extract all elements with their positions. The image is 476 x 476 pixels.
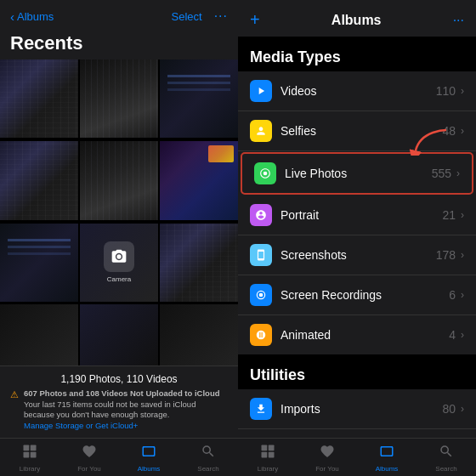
media-item-imports[interactable]: Imports 80 ›: [238, 389, 476, 429]
tab-for-you[interactable]: For You: [60, 444, 119, 473]
chevron-left-icon: ‹: [10, 9, 14, 24]
tab-albums-label: Albums: [138, 465, 161, 473]
animated-label: Animated: [280, 328, 449, 342]
media-item-screenshots[interactable]: Screenshots 178 ›: [238, 235, 476, 275]
albums-icon-right: [379, 444, 394, 463]
svg-rect-0: [24, 445, 30, 451]
screen-recordings-label: Screen Recordings: [280, 288, 449, 302]
right-content: Media Types Videos 110 › Selfies 48 ›: [238, 37, 476, 438]
camera-icon: [104, 241, 134, 272]
screenshots-count: 178: [436, 248, 456, 262]
manage-link[interactable]: Manage Storage or Get iCloud+: [24, 421, 138, 430]
warning-block: ⚠ 607 Photos and 108 Videos Not Uploaded…: [10, 388, 228, 432]
info-section: 1,190 Photos, 110 Videos ⚠ 607 Photos an…: [0, 366, 238, 438]
chevron-right-icon: ›: [461, 249, 464, 261]
photo-cell[interactable]: [0, 60, 78, 138]
videos-count: 110: [436, 84, 456, 98]
warning-detail: Your last 715 items could not be saved i…: [24, 400, 196, 420]
for-you-icon-right: [320, 444, 335, 463]
selfies-icon: [250, 120, 272, 142]
search-icon-right: [439, 444, 454, 463]
chevron-right-icon: ›: [461, 403, 464, 415]
tab-search-right[interactable]: Search: [416, 444, 476, 473]
media-item-portrait[interactable]: Portrait 21 ›: [238, 196, 476, 235]
select-button[interactable]: Select: [172, 10, 202, 23]
screenshots-label: Screenshots: [280, 248, 436, 262]
media-types-header: Media Types: [238, 37, 476, 71]
tab-library-right[interactable]: Library: [238, 444, 298, 473]
chevron-right-icon: ›: [461, 289, 464, 301]
svg-rect-1: [31, 445, 37, 451]
live-photos-icon: [254, 162, 276, 184]
tab-library[interactable]: Library: [0, 444, 60, 473]
left-panel: ‹ Albums Select ··· Recents Camera: [0, 0, 238, 476]
tab-library-label-right: Library: [258, 465, 278, 473]
portrait-count: 21: [442, 208, 456, 222]
right-panel: + Albums ··· Media Types Videos 110 › Se…: [238, 0, 476, 476]
warning-icon: ⚠: [10, 389, 19, 400]
animated-icon: [250, 324, 272, 346]
utilities-header: Utilities: [238, 354, 476, 389]
portrait-label: Portrait: [280, 208, 442, 222]
header-actions: Select ···: [172, 8, 228, 24]
screenshots-icon: [250, 244, 272, 266]
chevron-right-icon: ›: [461, 209, 464, 221]
warning-text: 607 Photos and 108 Videos Not Uploaded t…: [24, 388, 228, 432]
photo-cell[interactable]: [0, 224, 78, 302]
imports-label: Imports: [280, 402, 442, 416]
chevron-right-icon: ›: [461, 85, 464, 97]
left-header: ‹ Albums Select ···: [0, 0, 238, 29]
photo-cell[interactable]: [0, 141, 78, 219]
chevron-right-icon: ›: [461, 125, 464, 137]
media-item-hidden[interactable]: Hidden 3 ›: [238, 429, 476, 438]
photo-grid: Camera: [0, 60, 238, 304]
photo-cell[interactable]: [160, 224, 238, 302]
more-menu-button[interactable]: ···: [453, 13, 464, 28]
small-photo[interactable]: [80, 304, 158, 366]
albums-title: Albums: [332, 13, 382, 28]
photo-cell[interactable]: [80, 141, 158, 219]
portrait-icon: [250, 204, 272, 226]
back-button[interactable]: ‹ Albums: [10, 9, 54, 24]
albums-icon: [141, 444, 156, 463]
add-button[interactable]: +: [250, 10, 260, 30]
tab-for-you-label: For You: [77, 465, 101, 473]
svg-rect-9: [269, 445, 275, 451]
camera-label: Camera: [107, 275, 131, 283]
media-item-live-photos[interactable]: Live Photos 555 ›: [241, 152, 473, 195]
photo-cell[interactable]: [160, 141, 238, 219]
utilities-list: Imports 80 › Hidden 3 › Recently Deleted…: [238, 389, 476, 438]
photo-cell-camera[interactable]: Camera: [80, 224, 158, 302]
small-photo[interactable]: [0, 304, 78, 366]
right-tab-bar: Library For You Albums Search: [238, 438, 476, 476]
recents-title: Recents: [0, 29, 238, 60]
svg-rect-2: [24, 452, 30, 458]
screen-recordings-icon: [250, 284, 272, 306]
media-item-screen-recordings[interactable]: Screen Recordings 6 ›: [238, 275, 476, 315]
tab-for-you-right[interactable]: For You: [298, 444, 357, 473]
small-photo[interactable]: [160, 304, 238, 366]
svg-point-7: [259, 293, 264, 298]
screen-recordings-count: 6: [449, 288, 456, 302]
tab-albums[interactable]: Albums: [119, 444, 178, 473]
live-photos-count: 555: [432, 167, 451, 180]
imports-icon: [250, 398, 272, 420]
videos-icon: [250, 80, 272, 102]
red-arrow-annotation: [404, 128, 455, 156]
tab-for-you-label-right: For You: [315, 465, 339, 473]
tab-search-label-right: Search: [435, 465, 456, 473]
tab-albums-right[interactable]: Albums: [357, 444, 416, 473]
videos-label: Videos: [280, 84, 436, 98]
photo-cell[interactable]: [160, 60, 238, 138]
tab-library-label: Library: [20, 465, 40, 473]
library-icon: [22, 444, 37, 463]
imports-count: 80: [442, 402, 456, 416]
svg-rect-8: [262, 445, 268, 451]
tab-search[interactable]: Search: [178, 444, 238, 473]
media-item-animated[interactable]: Animated 4 ›: [238, 315, 476, 354]
chevron-right-icon: ›: [461, 329, 464, 341]
photo-cell[interactable]: [80, 60, 158, 138]
tab-albums-label-right: Albums: [376, 465, 399, 473]
more-button[interactable]: ···: [214, 8, 228, 24]
media-item-videos[interactable]: Videos 110 ›: [238, 71, 476, 111]
